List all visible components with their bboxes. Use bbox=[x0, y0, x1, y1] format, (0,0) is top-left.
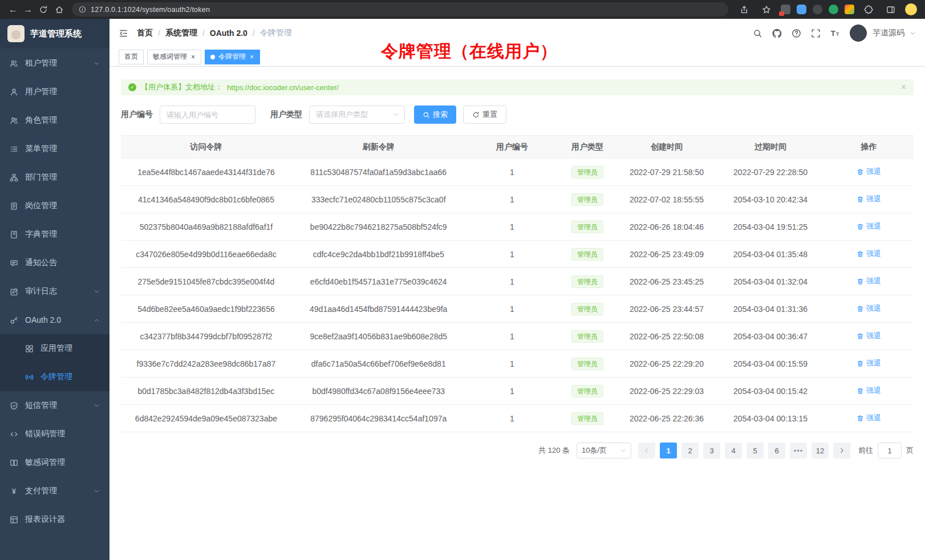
help-icon[interactable] bbox=[792, 29, 801, 38]
sidebar-item-icon bbox=[10, 401, 18, 410]
cell-access-token: c342377bf8b344799dcbf7bf095287f2 bbox=[121, 323, 291, 350]
site-info-icon[interactable] bbox=[79, 6, 86, 13]
page-number-button[interactable]: 2 bbox=[681, 443, 699, 458]
sidebar-item-user[interactable]: 用户管理 bbox=[0, 78, 109, 106]
force-logout-button[interactable]: 强退 bbox=[857, 276, 881, 286]
tab-close-icon[interactable]: × bbox=[190, 54, 196, 60]
sidebar-collapse-button[interactable] bbox=[119, 29, 128, 38]
sidebar-item-sms[interactable]: 短信管理 bbox=[0, 391, 109, 420]
fullscreen-icon[interactable] bbox=[811, 29, 821, 38]
sidebar-item-notice[interactable]: 通知公告 bbox=[0, 249, 109, 277]
sidebar-item-menu[interactable]: 菜单管理 bbox=[0, 135, 109, 163]
next-page-button[interactable] bbox=[833, 443, 850, 458]
cell-actions: 强退 bbox=[824, 378, 914, 405]
sidebar-subitem-token[interactable]: 令牌管理 bbox=[0, 363, 109, 391]
view-tab[interactable]: 令牌管理 × bbox=[205, 50, 260, 64]
cell-create-time: 2022-06-25 22:29:03 bbox=[616, 378, 717, 405]
sidebar-item-users[interactable]: 租户管理 bbox=[0, 49, 109, 78]
bookmark-star-icon[interactable] bbox=[762, 5, 771, 14]
side-panel-icon[interactable] bbox=[886, 5, 895, 14]
jump-page-input[interactable] bbox=[878, 443, 902, 458]
sidebar-item-oauth[interactable]: OAuth 2.0 bbox=[0, 306, 109, 334]
force-logout-button[interactable]: 强退 bbox=[857, 221, 881, 232]
page-number-button[interactable]: 4 bbox=[725, 443, 742, 458]
breadcrumb-item[interactable]: 首页 bbox=[137, 28, 153, 38]
force-logout-button[interactable]: 强退 bbox=[857, 331, 881, 341]
sidebar-item-pay[interactable]: ¥ 支付管理 bbox=[0, 477, 109, 505]
extension-icon-green[interactable] bbox=[829, 5, 838, 14]
extension-icon-blue[interactable] bbox=[797, 5, 806, 14]
browser-forward-button[interactable]: → bbox=[21, 2, 35, 17]
extensions-puzzle-icon[interactable] bbox=[864, 5, 873, 14]
cell-expire-time: 2054-03-04 00:15:42 bbox=[717, 378, 824, 405]
share-icon[interactable] bbox=[740, 5, 749, 14]
tab-close-icon[interactable]: × bbox=[249, 54, 254, 60]
sidebar-item-log[interactable]: 审计日志 bbox=[0, 277, 109, 306]
force-logout-button[interactable]: 强退 bbox=[857, 249, 881, 259]
breadcrumb-item[interactable]: OAuth 2.0 bbox=[210, 29, 248, 38]
sidebar-item-label: 短信管理 bbox=[25, 400, 57, 411]
delete-icon bbox=[857, 168, 864, 176]
address-bar[interactable]: 127.0.0.1:1024/system/oauth2/token bbox=[72, 2, 728, 17]
force-logout-button[interactable]: 强退 bbox=[857, 385, 881, 396]
force-logout-button[interactable]: 强退 bbox=[857, 358, 881, 368]
sidebar-item-icon bbox=[10, 202, 18, 210]
view-tab[interactable]: 敏感词管理 × bbox=[147, 50, 201, 64]
force-logout-label: 强退 bbox=[866, 358, 881, 368]
alert-close-icon[interactable]: × bbox=[901, 83, 906, 92]
app-logo[interactable]: 芋道管理系统 bbox=[0, 19, 109, 48]
breadcrumb-item[interactable]: 系统管理 bbox=[165, 28, 197, 38]
force-logout-button[interactable]: 强退 bbox=[857, 167, 881, 177]
user-name[interactable]: 芋道源码 bbox=[873, 28, 904, 38]
force-logout-button[interactable]: 强退 bbox=[857, 303, 881, 314]
extension-icon-badged[interactable] bbox=[781, 5, 790, 14]
user-id-input[interactable] bbox=[160, 105, 255, 124]
force-logout-label: 强退 bbox=[866, 167, 881, 177]
browser-back-button[interactable]: ← bbox=[6, 2, 21, 17]
extension-icon-dark[interactable] bbox=[813, 5, 822, 14]
sidebar-item-icon bbox=[10, 88, 18, 96]
force-logout-button[interactable]: 强退 bbox=[857, 413, 881, 423]
cell-user-id: 1 bbox=[466, 213, 559, 241]
force-logout-button[interactable]: 强退 bbox=[857, 194, 881, 204]
table-row: 1ea5e44f8bc1467aaede43144f31de76 811c530… bbox=[121, 159, 914, 186]
more-pages-button[interactable]: ••• bbox=[790, 443, 807, 458]
user-type-badge: 管理员 bbox=[571, 221, 603, 233]
sidebar-item-report[interactable]: 报表设计器 bbox=[0, 505, 109, 534]
table-header-row: 访问令牌刷新令牌用户编号用户类型创建时间过期时间操作 bbox=[121, 136, 914, 159]
sidebar-item-sensitive[interactable]: 敏感词管理 bbox=[0, 448, 109, 477]
prev-page-button[interactable] bbox=[638, 443, 655, 458]
browser-reload-button[interactable] bbox=[39, 5, 48, 14]
page-number-button[interactable]: 5 bbox=[747, 443, 764, 458]
user-avatar[interactable] bbox=[850, 25, 867, 42]
table-column-header: 用户编号 bbox=[466, 136, 559, 159]
sidebar-item-dict[interactable]: 字典管理 bbox=[0, 220, 109, 249]
cell-access-token: 6d842e2924594de9a09e45e087323abe bbox=[121, 405, 291, 432]
extension-icon-colored[interactable] bbox=[845, 5, 854, 14]
view-tab[interactable]: 首页 bbox=[119, 50, 144, 64]
sidebar-item-role[interactable]: 角色管理 bbox=[0, 106, 109, 135]
sidebar-item-errcode[interactable]: 错误码管理 bbox=[0, 420, 109, 448]
reset-button[interactable]: 重置 bbox=[463, 105, 506, 124]
cell-refresh-token: 49d1aa46d1454fbd87591444423be9fa bbox=[291, 295, 466, 323]
search-button[interactable]: 搜索 bbox=[414, 105, 456, 124]
font-size-icon[interactable]: TT bbox=[830, 29, 840, 38]
cell-access-token: 54d6be82ee5a460a9aedc1f9bf223656 bbox=[121, 295, 291, 323]
caret-down-icon[interactable] bbox=[910, 30, 916, 36]
sidebar-item-icon bbox=[10, 173, 18, 182]
sidebar-subitem-app[interactable]: 应用管理 bbox=[0, 334, 109, 363]
page-number-button[interactable]: 12 bbox=[812, 443, 829, 458]
github-icon[interactable] bbox=[772, 29, 782, 38]
sidebar-item-dept[interactable]: 部门管理 bbox=[0, 163, 109, 192]
search-icon[interactable] bbox=[753, 29, 762, 38]
page-number-button[interactable]: 3 bbox=[703, 443, 720, 458]
alert-link[interactable]: https://doc.iocoder.cn/user-center/ bbox=[227, 83, 339, 92]
sidebar: 芋道管理系统 租户管理 用户管理 角色管理 菜单管理 部门管理 岗位管理 字典管… bbox=[0, 19, 109, 560]
page-size-select[interactable]: 10条/页 bbox=[577, 443, 631, 458]
sidebar-item-post[interactable]: 岗位管理 bbox=[0, 192, 109, 220]
user-type-select[interactable]: 请选择用户类型 bbox=[309, 105, 405, 124]
page-number-button[interactable]: 1 bbox=[660, 443, 677, 458]
browser-home-button[interactable] bbox=[55, 5, 64, 14]
browser-profile-avatar[interactable] bbox=[905, 3, 917, 15]
page-number-button[interactable]: 6 bbox=[768, 443, 785, 458]
